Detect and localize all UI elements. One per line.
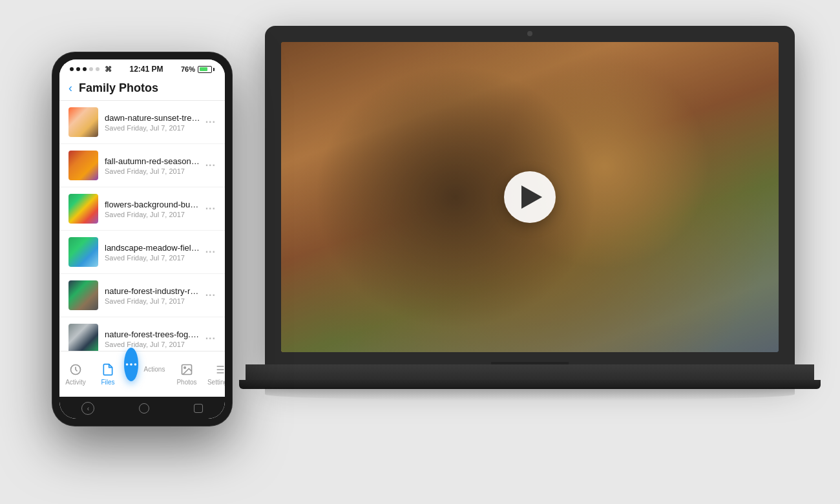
file-thumbnail [68, 194, 98, 224]
list-item[interactable]: flowers-background-butterfl... Saved Fri… [59, 187, 225, 231]
status-time: 12:41 PM [129, 65, 163, 74]
laptop [265, 26, 795, 465]
scene: ⌘ 12:41 PM 76% ‹ Family Photos [32, 13, 808, 491]
laptop-screen [281, 42, 779, 352]
laptop-reflection [265, 388, 795, 401]
bottom-nav: Activity Files Actions [59, 351, 225, 397]
folder-title: Family Photos [79, 81, 158, 95]
nav-activity[interactable]: Activity [59, 362, 92, 386]
file-date: Saved Friday, Jul 7, 2017 [105, 124, 200, 132]
more-options-icon[interactable]: ··· [200, 203, 216, 215]
file-info: fall-autumn-red-season.jpg Saved Friday,… [105, 156, 200, 175]
file-info: nature-forest-industry-rails.j... Saved … [105, 286, 200, 305]
signal-dot-2 [76, 67, 80, 71]
svg-point-5 [184, 366, 186, 368]
settings-icon [211, 362, 225, 377]
more-options-icon[interactable]: ··· [200, 246, 216, 258]
signal-dot-1 [70, 67, 74, 71]
laptop-photo [281, 42, 779, 352]
app-header: ‹ Family Photos [59, 76, 225, 101]
back-button[interactable]: ‹ [68, 81, 72, 95]
signal-dot-3 [83, 67, 87, 71]
clock-icon [68, 362, 83, 377]
phone-hardware-buttons: ‹ [59, 397, 225, 419]
nav-settings-label: Settings [207, 379, 225, 386]
file-thumbnail [68, 237, 98, 267]
file-name: landscape-meadow-field-m... [105, 243, 200, 253]
list-item[interactable]: fall-autumn-red-season.jpg Saved Friday,… [59, 144, 225, 187]
battery-body [198, 66, 212, 73]
back-hardware-button[interactable]: ‹ [81, 402, 94, 415]
file-date: Saved Friday, Jul 7, 2017 [105, 167, 200, 175]
more-options-icon[interactable]: ··· [200, 160, 216, 171]
nav-photos[interactable]: Photos [171, 362, 203, 386]
phone-screen: ⌘ 12:41 PM 76% ‹ Family Photos [59, 59, 225, 419]
file-list: dawn-nature-sunset-trees.jpg Saved Frida… [59, 101, 225, 351]
file-thumbnail [68, 280, 98, 310]
file-thumbnail [68, 107, 98, 137]
file-date: Saved Friday, Jul 7, 2017 [105, 211, 200, 218]
file-name: flowers-background-butterfl... [105, 200, 200, 209]
nav-actions-label: Actions [144, 366, 165, 373]
file-thumbnail [68, 324, 98, 351]
nav-photos-label: Photos [176, 379, 196, 386]
nav-actions-fab[interactable] [124, 348, 138, 381]
recent-apps-button[interactable] [194, 404, 203, 413]
nav-activity-label: Activity [65, 379, 86, 386]
svg-point-3 [134, 363, 137, 366]
nav-files[interactable]: Files [92, 362, 124, 386]
battery-fill [200, 67, 208, 71]
phone: ⌘ 12:41 PM 76% ‹ Family Photos [52, 52, 233, 426]
status-bar: ⌘ 12:41 PM 76% [59, 59, 225, 76]
more-options-icon[interactable]: ··· [200, 289, 216, 301]
back-arrow-icon: ‹ [87, 405, 89, 412]
battery-tip [213, 68, 215, 71]
nav-settings[interactable]: Settings [203, 362, 225, 386]
nav-actions-label-container: Actions [138, 366, 171, 373]
file-info: landscape-meadow-field-m... Saved Friday… [105, 243, 200, 262]
file-name: fall-autumn-red-season.jpg [105, 156, 200, 166]
file-info: flowers-background-butterfl... Saved Fri… [105, 200, 200, 218]
home-hardware-button[interactable] [139, 403, 149, 414]
signal-dot-4 [89, 67, 93, 71]
battery [198, 66, 215, 73]
status-left: ⌘ [70, 65, 112, 74]
list-item[interactable]: dawn-nature-sunset-trees.jpg Saved Frida… [59, 101, 225, 144]
file-name: nature-forest-industry-rails.j... [105, 286, 200, 296]
file-info: nature-forest-trees-fog.jpeg Saved Frida… [105, 330, 200, 348]
nav-files-label: Files [101, 379, 114, 386]
file-name: dawn-nature-sunset-trees.jpg [105, 113, 200, 123]
play-icon [521, 185, 542, 209]
svg-point-2 [130, 363, 132, 366]
laptop-camera [527, 31, 532, 36]
svg-point-1 [126, 363, 129, 366]
list-item[interactable]: nature-forest-trees-fog.jpeg Saved Frida… [59, 317, 225, 351]
file-date: Saved Friday, Jul 7, 2017 [105, 254, 200, 262]
more-options-icon[interactable]: ··· [200, 333, 216, 344]
play-button[interactable] [504, 171, 556, 223]
battery-percent: 76% [181, 65, 195, 73]
signal-dot-5 [96, 67, 100, 71]
laptop-body [265, 26, 795, 368]
file-thumbnail [68, 151, 98, 180]
file-date: Saved Friday, Jul 7, 2017 [105, 341, 200, 348]
wifi-icon: ⌘ [105, 65, 112, 74]
file-name: nature-forest-trees-fog.jpeg [105, 330, 200, 339]
file-date: Saved Friday, Jul 7, 2017 [105, 297, 200, 305]
photo-icon [179, 362, 194, 377]
file-info: dawn-nature-sunset-trees.jpg Saved Frida… [105, 113, 200, 132]
file-icon [100, 362, 116, 377]
list-item[interactable]: nature-forest-industry-rails.j... Saved … [59, 274, 225, 317]
list-item[interactable]: landscape-meadow-field-m... Saved Friday… [59, 231, 225, 274]
more-options-icon[interactable]: ··· [200, 116, 216, 128]
status-right: 76% [181, 65, 215, 73]
